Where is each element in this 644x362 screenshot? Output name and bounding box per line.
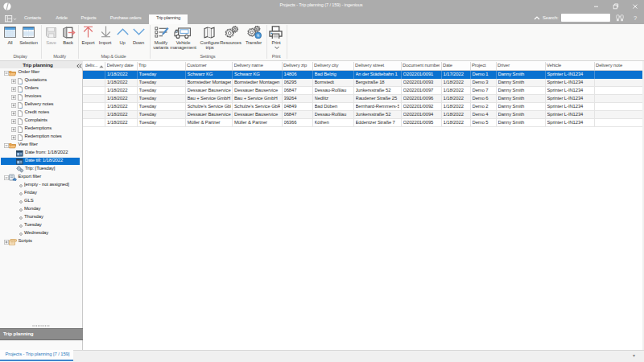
svg-text:?: ? — [634, 14, 637, 22]
